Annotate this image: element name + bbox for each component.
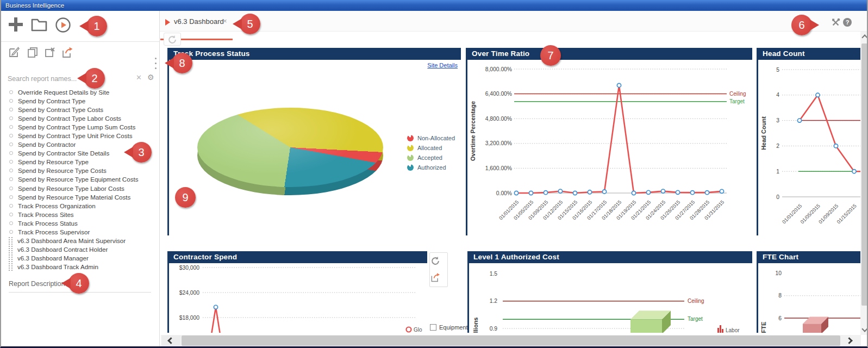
svg-text:5: 5 [776,67,779,73]
tools-icon [831,17,841,27]
panel-track-process-status: Track Process Status Site Details Non-Al… [167,48,461,235]
report-item[interactable]: Track Process Sites [1,210,159,219]
callout-badge-2: 2 [84,68,105,89]
panel-title: Level 1 Authorized Cost [469,251,752,263]
edit-report-button[interactable] [8,46,21,61]
add-report-button[interactable] [7,15,25,36]
open-folder-button[interactable] [30,16,48,35]
copy-report-button[interactable] [26,46,39,61]
report-item-dashboard[interactable]: v6.3 Dashboard Area Maint Supervisor [1,237,159,245]
clear-search-icon[interactable]: ✕ [136,73,142,82]
callout-badge-6: 6 [791,15,812,35]
svg-text:Head Count: Head Count [760,116,767,150]
report-item[interactable]: Spend by Contract Type Costs [1,105,159,114]
site-details-link[interactable]: Site Details [427,62,458,69]
run-report-button[interactable] [54,16,72,36]
scroll-down-icon[interactable] [861,326,867,332]
report-bullet-icon [9,230,13,234]
refresh-icon [430,256,441,266]
panel-export-button[interactable] [430,272,447,285]
panel-level-1-authorized-cost: Level 1 Authorized Cost 0.91.21.5Ceiling… [467,251,752,333]
plus-icon [7,15,25,34]
legend-label: Non-Allocated [417,135,455,141]
scroll-left-button[interactable] [162,335,180,346]
report-bullet-icon [9,125,13,129]
callout-badge-7: 7 [540,45,561,66]
report-item[interactable]: Track Process Status [1,219,159,227]
gear-icon[interactable]: ⚙ [147,73,154,82]
report-item-label: Spend by Contract Type Unit Price Costs [18,132,133,139]
vertical-scrollbar[interactable] [860,32,868,335]
tab-v63-dashboard[interactable]: v6.3 Dashboard × [160,13,233,31]
search-input[interactable] [8,73,130,85]
report-bullet-icon [9,90,13,94]
share-icon [61,46,74,59]
tab-bar: v6.3 Dashboard × [160,11,868,32]
legend-label: Accepted [417,154,442,161]
report-item[interactable]: Spend by Resource Type Equipment Costs [1,175,159,184]
report-item[interactable]: Spend by Contract Type [1,96,159,105]
report-item-label: v6.3 Dashboard Contract Holder [17,246,108,253]
report-item[interactable]: Spend by Contract Type Lump Sum Costs [1,122,159,131]
tools-button[interactable] [831,17,841,27]
equipment-checkbox[interactable] [430,324,436,331]
report-item[interactable]: Spend by Resource Type Costs [1,166,159,175]
scroll-up-icon[interactable] [861,34,867,40]
report-item-dashboard[interactable]: v6.3 Dashboard Track Admin [1,263,159,271]
legend-item: Accepted [407,153,455,163]
svg-text:01/15/2015: 01/15/2015 [836,203,858,225]
scroll-left-icon [167,337,174,344]
dashboard-grid-icon [9,245,13,253]
report-item[interactable]: Spend by Resource Type Material Costs [1,192,159,201]
fte-chart: 6810FTE [758,263,860,333]
folder-icon [30,16,48,33]
svg-text:0.00%: 0.00% [496,190,512,196]
report-bullet-icon [9,160,13,164]
report-item-label: Spend by Contractor [18,141,76,148]
report-item-label: Spend by Contractor Site Details [18,150,109,157]
report-item-dashboard[interactable]: v6.3 Dashboard Contract Holder [1,245,159,254]
report-item[interactable]: Override Request Details by Site [1,88,159,96]
help-button[interactable]: ? [843,18,852,27]
report-item-label: Spend by Resource Type Costs [18,167,107,174]
refresh-icon [167,34,178,45]
svg-text:3,200.00%: 3,200.00% [485,140,512,146]
svg-text:3: 3 [776,117,779,123]
refresh-view-button[interactable] [164,33,181,46]
report-bullet-icon [9,204,13,208]
delete-report-button[interactable] [43,46,57,61]
panel-head-count: Head Count 012345Head Count01/01/201501/… [757,48,860,235]
legend-label: Authorized [417,164,446,171]
report-item[interactable]: Spend by Resource Type Labor Costs [1,184,159,192]
svg-text:4: 4 [776,92,779,98]
svg-text:1,600.00%: 1,600.00% [485,165,512,171]
horizontal-scroll-thumb[interactable] [182,335,840,346]
vertical-scroll-thumb[interactable] [861,44,868,306]
edit-icon [8,46,21,59]
svg-text:Overtime Percentage: Overtime Percentage [470,101,476,161]
horizontal-scrollbar[interactable] [161,335,861,346]
delete-icon [43,46,57,59]
report-item[interactable]: Spend by Contract Type Labor Costs [1,114,159,122]
report-description-label: Report Description [9,280,65,288]
sidebar: ✕ ⚙ Override Request Details by SiteSpen… [1,11,159,348]
report-item[interactable]: Spend by Contract Type Unit Price Costs [1,131,159,140]
report-item-label: Spend by Contract Type Costs [18,106,103,113]
sidebar-main-divider[interactable] [159,11,160,348]
panel-title: FTE Chart [758,251,860,263]
report-item-label: Track Process Organization [18,202,96,209]
pie-chart [197,108,383,187]
panel-refresh-button[interactable] [430,256,447,269]
sidebar-splitter-handle[interactable] [154,58,157,72]
pie-swatch-icon [407,164,414,171]
tab-close-icon[interactable]: × [223,17,227,25]
callout-badge-4: 4 [68,273,89,294]
report-item[interactable]: Track Process Supervisor [1,228,159,237]
report-item-label: Spend by Contract Type [18,97,85,104]
share-report-button[interactable] [61,46,74,61]
report-item[interactable]: Track Process Organization [1,201,159,210]
contractor-spend-chart: $18,000$24,000$30,000Glo [169,263,427,333]
scroll-right-icon[interactable] [846,337,853,344]
report-item-dashboard[interactable]: v6.3 Dashboard Manager [1,254,159,263]
dashboard-grid-icon [9,254,13,262]
